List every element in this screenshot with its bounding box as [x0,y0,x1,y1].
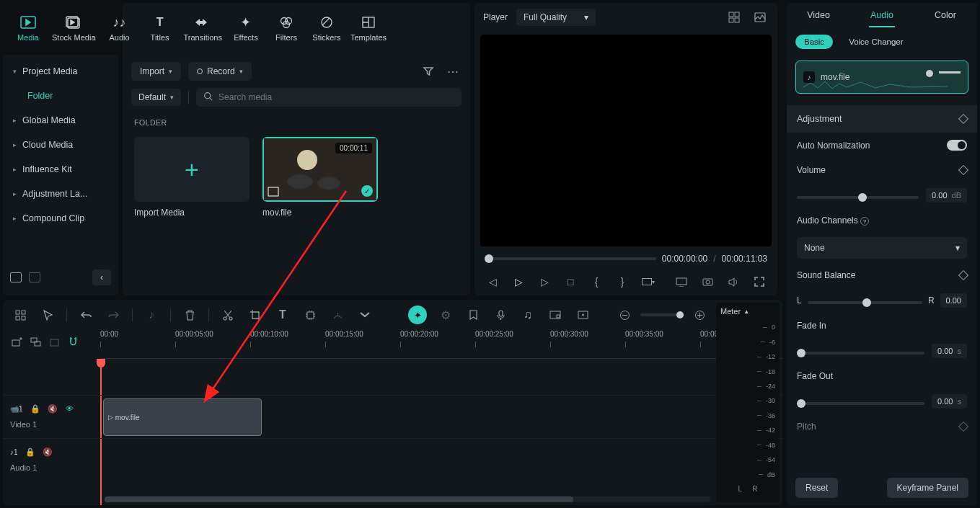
audio-track[interactable] [100,438,782,481]
zoom-in-button[interactable] [691,306,708,324]
tab-color[interactable]: Color [914,3,977,27]
mic-icon[interactable] [492,306,509,324]
keyframe-icon[interactable] [574,306,591,324]
play-range-button[interactable]: ▷ [537,274,552,290]
scrollbar[interactable] [105,496,573,502]
tab-transitions[interactable]: Transitions [181,10,225,46]
collapse-button[interactable]: ‹ [92,269,111,285]
channels-select[interactable]: None▾ [797,237,967,259]
help-icon[interactable]: ? [860,217,869,226]
fade-in-value[interactable]: 0.00 [937,347,953,355]
delete-button[interactable] [181,306,198,324]
keyframe-diamond[interactable] [958,422,968,432]
keyframe-dot[interactable] [926,70,933,77]
balance-slider[interactable] [808,301,922,304]
lock-icon[interactable]: 🔒 [25,443,35,460]
folder-add-icon[interactable] [10,272,22,282]
display-button[interactable] [674,274,689,290]
track-lock-icon[interactable] [48,333,61,350]
zoom-slider[interactable] [640,313,684,316]
zoom-out-button[interactable] [616,306,633,324]
scrub-slider[interactable] [485,257,656,260]
fade-in-slider[interactable] [797,352,924,355]
grid-icon[interactable] [12,306,29,324]
grid-view-icon[interactable] [725,9,743,26]
volume-slider[interactable] [797,196,919,199]
subtab-basic[interactable]: Basic [795,35,833,49]
magnet-icon[interactable] [66,333,79,350]
fade-out-slider[interactable] [797,402,924,405]
filter-icon[interactable] [420,63,437,80]
sidebar-project-media[interactable]: ▾Project Media [3,59,118,84]
ratio-button[interactable]: ▾ [640,274,656,290]
audio-clip-card[interactable]: ♪ mov.file [795,61,968,94]
speed-button[interactable] [329,306,346,324]
search-input[interactable] [218,92,454,102]
sort-default[interactable]: Default▾ [131,89,181,106]
mute-icon[interactable]: 🔇 [48,400,58,417]
play-button[interactable]: ▷ [511,274,526,290]
tab-stickers[interactable]: Stickers [307,10,346,46]
tab-stock-media[interactable]: Stock Media [49,10,99,46]
sidebar-adjustment-layer[interactable]: ▸Adjustment La... [3,182,118,206]
tab-titles[interactable]: TTitles [141,10,180,46]
track-link-icon[interactable] [29,333,42,350]
eye-icon[interactable]: 👁 [65,400,75,417]
import-media-card[interactable]: + [134,137,250,202]
text-button[interactable]: T [274,306,291,324]
tab-filters[interactable]: Filters [267,10,306,46]
quality-select[interactable]: Full Quality▾ [516,9,596,26]
cut-button[interactable] [219,306,237,324]
balance-value[interactable]: 0.00 [946,296,961,305]
rect-icon[interactable] [547,306,564,324]
video-track[interactable]: ▷ mov.file [100,395,782,438]
timeline-ruler[interactable]: 00:0000:00:05:0000:00:10:0000:00:15:0000… [100,330,782,359]
mark-out-button[interactable]: } [614,274,630,290]
keyframe-panel-button[interactable]: Keyframe Panel [887,478,968,498]
fullscreen-button[interactable] [751,274,767,290]
tab-video[interactable]: Video [787,3,850,27]
more-icon[interactable]: ⋯ [444,63,462,80]
preview-viewport[interactable] [480,35,772,246]
subtab-voice-changer[interactable]: Voice Changer [840,35,911,49]
reset-button[interactable]: Reset [795,478,838,498]
track-button[interactable] [301,306,319,324]
sidebar-folder[interactable]: Folder [3,84,118,108]
music-icon[interactable]: ♫ [519,306,537,324]
record-button[interactable]: Record▾ [188,62,252,81]
adjustment-header[interactable]: Adjustment [787,105,977,133]
sidebar-global-media[interactable]: ▸Global Media [3,108,118,133]
camera-button[interactable] [699,274,715,290]
cursor-icon[interactable] [39,306,56,324]
bookmark-icon[interactable] [464,306,482,324]
tab-effects[interactable]: ✦Effects [226,10,265,46]
more-tools-button[interactable] [356,306,374,324]
ai-button[interactable]: ✦ [408,306,427,324]
snapshot-icon[interactable] [751,9,769,26]
fade-out-value[interactable]: 0.00 [937,397,953,406]
keyframe-diamond[interactable] [958,165,968,175]
redo-button[interactable] [105,306,122,324]
keyframe-diamond[interactable] [958,270,968,280]
media-clip-thumb[interactable]: 00:00:11 ✓ [262,137,378,202]
crop-button[interactable] [247,306,264,324]
track-add-icon[interactable] [10,333,23,350]
tab-media[interactable]: Media [9,10,48,46]
mute-icon[interactable]: 🔇 [43,443,53,460]
tab-audio[interactable]: Audio [850,3,914,27]
sidebar-compound-clip[interactable]: ▸Compound Clip [3,206,118,231]
mark-in-button[interactable]: { [588,274,604,290]
timeline-clip[interactable]: ▷ mov.file [103,398,262,436]
import-button[interactable]: Import▾ [131,62,181,81]
meter-label[interactable]: Meter▲ [720,307,775,316]
tab-audio[interactable]: ♪♪Audio [100,10,139,46]
volume-value[interactable]: 0.00 [932,191,947,200]
stop-button[interactable]: □ [562,274,578,290]
sidebar-influence-kit[interactable]: ▸Influence Kit [3,157,118,182]
tab-templates[interactable]: Templates [348,10,389,46]
volume-button[interactable] [725,274,741,290]
undo-button[interactable] [77,306,94,324]
settings-icon[interactable]: ⚙ [437,306,454,324]
auto-norm-toggle[interactable] [947,140,967,151]
folder-remove-icon[interactable] [29,272,40,282]
